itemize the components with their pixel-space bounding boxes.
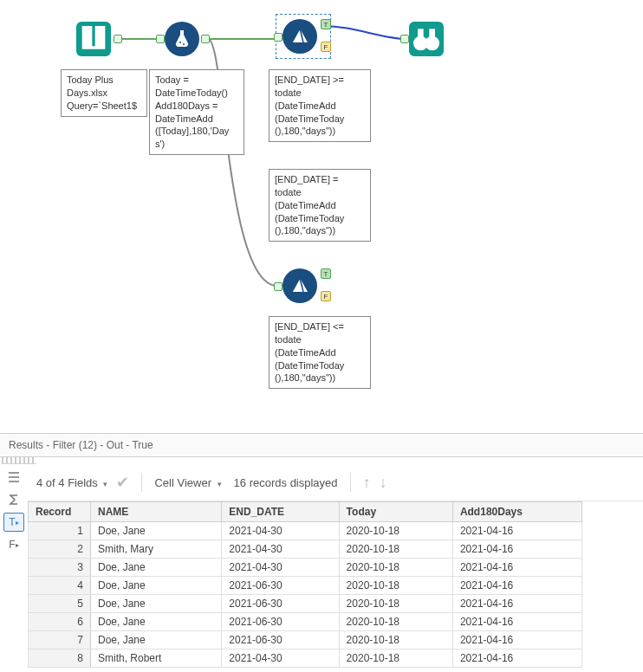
table-row[interactable]: 5Doe, Jane2021-06-302020-10-182021-04-16 <box>29 595 582 613</box>
cell-today: 2020-10-18 <box>339 613 452 631</box>
cell-record: 8 <box>29 649 91 668</box>
results-toolbar: 4 of 4 Fields ▾ ✔ Cell Viewer ▾ 16 recor… <box>28 464 643 501</box>
arrow-down-button[interactable]: ↓ <box>380 474 387 492</box>
cell-record: 1 <box>29 522 91 540</box>
chevron-down-icon: ▾ <box>103 480 107 488</box>
cell-today: 2020-10-18 <box>339 595 452 613</box>
port-false[interactable]: F <box>321 42 331 52</box>
input-port[interactable] <box>274 33 283 42</box>
separator <box>141 473 142 492</box>
cell-viewer-label: Cell Viewer <box>154 476 211 489</box>
svg-rect-4 <box>418 29 424 37</box>
col-end-date[interactable]: END_DATE <box>222 502 339 522</box>
panel-grip[interactable] <box>2 457 36 464</box>
results-table[interactable]: Record NAME END_DATE Today Add180Days 1D… <box>28 501 582 668</box>
cell-add180: 2021-04-16 <box>452 540 581 559</box>
cell-name: Smith, Mary <box>91 540 222 559</box>
table-row[interactable]: 2Smith, Mary2021-04-302020-10-182021-04-… <box>29 540 582 559</box>
cell-end-date: 2021-06-30 <box>222 613 339 631</box>
formula-tool[interactable] <box>165 22 199 56</box>
table-row[interactable]: 8Smith, Robert2021-04-302020-10-182021-0… <box>29 649 582 668</box>
port-false[interactable]: F <box>321 291 331 301</box>
svg-point-1 <box>183 43 185 45</box>
table-row[interactable]: 1Doe, Jane2021-04-302020-10-182021-04-16 <box>29 522 582 540</box>
cell-today: 2020-10-18 <box>339 559 452 577</box>
table-row[interactable]: 3Doe, Jane2021-04-302020-10-182021-04-16 <box>29 559 582 577</box>
svg-point-0 <box>179 42 181 43</box>
cell-record: 3 <box>29 559 91 577</box>
cell-today: 2020-10-18 <box>339 540 452 559</box>
filter1-annotation: [END_DATE] >= todate (DateTimeAdd (DateT… <box>269 69 371 142</box>
records-count-label: 16 records displayed <box>234 476 338 489</box>
cell-end-date: 2021-04-30 <box>222 649 339 668</box>
table-row[interactable]: 4Doe, Jane2021-06-302020-10-182021-04-16 <box>29 577 582 595</box>
sigma-icon <box>7 493 21 507</box>
cell-record: 5 <box>29 595 91 613</box>
cell-add180: 2021-04-16 <box>452 631 581 649</box>
table-row[interactable]: 6Doe, Jane2021-06-302020-10-182021-04-16 <box>29 613 582 631</box>
svg-point-3 <box>425 36 439 51</box>
cell-record: 7 <box>29 631 91 649</box>
cell-viewer-dropdown[interactable]: Cell Viewer ▾ <box>154 476 221 489</box>
cell-end-date: 2021-06-30 <box>222 631 339 649</box>
port-true[interactable]: T <box>321 268 331 279</box>
cell-add180: 2021-04-16 <box>452 649 581 668</box>
separator <box>350 473 351 492</box>
binoculars-icon <box>409 22 444 56</box>
formula-annotation: Today = DateTimeToday() Add180Days = Dat… <box>149 69 244 155</box>
cell-add180: 2021-04-16 <box>452 559 581 577</box>
rail-true-label: T <box>9 516 15 528</box>
port-true[interactable]: T <box>321 19 331 29</box>
rail-list-button[interactable] <box>3 468 24 487</box>
workflow-canvas[interactable]: T F T F Today Plus Days.xlsx Query=`Shee… <box>0 0 643 433</box>
cell-name: Doe, Jane <box>91 559 222 577</box>
arrow-up-button[interactable]: ↑ <box>363 474 371 492</box>
cell-add180: 2021-04-16 <box>452 595 581 613</box>
cell-name: Doe, Jane <box>91 522 222 540</box>
prism-icon <box>289 26 310 47</box>
cell-record: 2 <box>29 540 91 559</box>
cell-name: Doe, Jane <box>91 577 222 595</box>
prism-icon <box>289 275 310 296</box>
flask-icon <box>172 29 192 49</box>
col-add180[interactable]: Add180Days <box>452 502 581 522</box>
table-row[interactable]: 7Doe, Jane2021-06-302020-10-182021-04-16 <box>29 631 582 649</box>
results-left-rail: T▸ F▸ <box>0 464 28 668</box>
cell-today: 2020-10-18 <box>339 577 452 595</box>
output-port[interactable] <box>114 35 122 43</box>
browse-tool[interactable] <box>409 22 444 56</box>
check-icon[interactable]: ✔ <box>116 473 129 492</box>
col-today[interactable]: Today <box>339 502 452 522</box>
rail-false-button[interactable]: F▸ <box>3 535 24 554</box>
cell-today: 2020-10-18 <box>339 631 452 649</box>
input-port[interactable] <box>156 35 165 43</box>
fields-dropdown[interactable]: 4 of 4 Fields ▾ <box>36 476 107 489</box>
results-title: Results - Filter (12) - Out - True <box>0 433 643 457</box>
book-icon <box>76 22 111 56</box>
input-port[interactable] <box>274 282 283 291</box>
input-annotation: Today Plus Days.xlsx Query=`Sheet1$ <box>61 69 147 117</box>
cell-add180: 2021-04-16 <box>452 577 581 595</box>
cell-end-date: 2021-04-30 <box>222 540 339 559</box>
svg-rect-5 <box>429 29 435 37</box>
input-port[interactable] <box>400 35 409 43</box>
cell-add180: 2021-04-16 <box>452 613 581 631</box>
col-name[interactable]: NAME <box>91 502 222 522</box>
output-port[interactable] <box>201 35 210 43</box>
input-data-tool[interactable] <box>76 22 111 56</box>
col-record[interactable]: Record <box>29 502 91 522</box>
cell-add180: 2021-04-16 <box>452 522 581 540</box>
cell-name: Doe, Jane <box>91 613 222 631</box>
filter3-annotation: [END_DATE] <= todate (DateTimeAdd (DateT… <box>269 316 371 389</box>
cell-name: Doe, Jane <box>91 595 222 613</box>
cell-end-date: 2021-06-30 <box>222 595 339 613</box>
cell-end-date: 2021-04-30 <box>222 559 339 577</box>
filter-tool-3[interactable] <box>283 268 317 303</box>
cell-name: Smith, Robert <box>91 649 222 668</box>
cell-today: 2020-10-18 <box>339 649 452 668</box>
rail-sum-button[interactable] <box>3 490 24 509</box>
rail-true-button[interactable]: T▸ <box>3 513 24 532</box>
cell-name: Doe, Jane <box>91 631 222 649</box>
chevron-down-icon: ▾ <box>218 480 222 488</box>
filter-tool-1[interactable] <box>283 19 317 54</box>
